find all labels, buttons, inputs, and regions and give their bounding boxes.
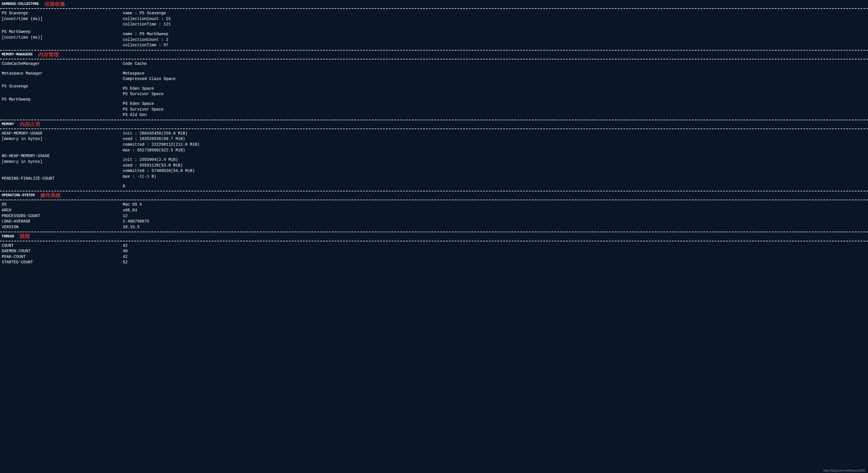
- os-value: 2.466796875: [123, 219, 868, 225]
- mm-value: Code Cache: [123, 61, 868, 67]
- memory-label: [memory in bytes]: [2, 159, 123, 165]
- mm-value: PS Eden Space: [123, 86, 868, 92]
- mm-labels-col: CodeCacheManager Metaspace Manager PS Sc…: [0, 61, 123, 118]
- gc-labels-col: PS Scavenge [count/time (ms)] PS MarkSwe…: [0, 10, 123, 48]
- section-header-thread: THREAD 线程: [0, 232, 868, 241]
- memory-label: HEAP-MEMORY-USAGE: [2, 131, 123, 137]
- memory-value: 0: [123, 184, 868, 189]
- section-content-mm: CodeCacheManager Metaspace Manager PS Sc…: [0, 59, 868, 120]
- memory-value: max : 652738560(622.5 MiB): [123, 148, 868, 153]
- os-values-col: Mac OS X x86_64 12 2.466796875 10.15.5: [123, 202, 868, 230]
- memory-value: used : 103526536(98.7 MiB): [123, 136, 868, 142]
- os-value: 10.15.5: [123, 225, 868, 230]
- thread-label: DAEMON-COUNT: [2, 248, 123, 254]
- section-header-os: OPERATING-SYSTEM 操作系统: [0, 191, 868, 200]
- thread-value: 40: [123, 248, 868, 254]
- thread-value: 52: [123, 260, 868, 265]
- memory-value: init : 268435456(256.0 MiB): [123, 131, 868, 137]
- thread-label: COUNT: [2, 243, 123, 249]
- gc-value: name : PS Scavenge: [123, 10, 868, 16]
- gc-label: PS Scavenge: [2, 10, 123, 16]
- os-label: OS: [2, 202, 123, 208]
- section-annotation: 内存管理: [38, 51, 59, 58]
- memory-value: max : -1(-1 B): [123, 174, 868, 180]
- section-title: THREAD: [2, 234, 14, 239]
- gc-values-col: name : PS Scavenge collectionCount : 25 …: [123, 10, 868, 48]
- memory-value: used : 55591128(53.0 MiB): [123, 163, 868, 169]
- memory-label: NO-HEAP-MEMORY-USAGE: [2, 153, 123, 159]
- section-header-mm: MEMORY-MANAGERS 内存管理: [0, 50, 868, 59]
- gc-value: collectionCount : 2: [123, 37, 868, 43]
- gc-value: collectionCount : 25: [123, 16, 868, 22]
- thread-labels-col: COUNT DAEMON-COUNT PEAK-COUNT STARTED-CO…: [0, 243, 123, 265]
- thread-value: 42: [123, 254, 868, 260]
- thread-value: 42: [123, 243, 868, 249]
- thread-label: STARTED-COUNT: [2, 260, 123, 265]
- mm-label: CodeCacheManager: [2, 61, 123, 67]
- section-annotation: 线程: [20, 233, 30, 240]
- os-value: 12: [123, 213, 868, 219]
- os-label: VERSION: [2, 225, 123, 230]
- gc-label: PS MarkSweep: [2, 29, 123, 35]
- gc-value: name : PS MarkSweep: [123, 31, 868, 37]
- memory-values-col: init : 268435456(256.0 MiB) used : 10352…: [123, 131, 868, 189]
- section-header-gc: GARBAGE-COLLECTORS 垃圾收集: [0, 0, 868, 9]
- mm-value: PS Eden Space: [123, 101, 868, 107]
- memory-value: committed : 222298112(212.0 MiB): [123, 142, 868, 148]
- mm-label: PS MarkSweep: [2, 97, 123, 102]
- watermark: https://blog.csdn.net/baoxue2008: [823, 469, 865, 473]
- os-label: ARCH: [2, 208, 123, 213]
- os-labels-col: OS ARCH PROCESSORS-COUNT LOAD-AVERAGE VE…: [0, 202, 123, 230]
- os-label: PROCESSORS-COUNT: [2, 213, 123, 219]
- mm-values-col: Code Cache Metaspace Compressed Class Sp…: [123, 61, 868, 118]
- mm-value: PS Old Gen: [123, 112, 868, 118]
- memory-label: [memory in bytes]: [2, 136, 123, 142]
- section-annotation: 垃圾收集: [44, 1, 65, 8]
- mm-value: Metaspace: [123, 71, 868, 77]
- section-header-memory: MEMORY 内存占用: [0, 120, 868, 129]
- gc-value: collectionTime : 97: [123, 42, 868, 48]
- section-title: MEMORY-MANAGERS: [2, 52, 33, 57]
- mm-value: Compressed Class Space: [123, 76, 868, 82]
- mm-label: Metaspace Manager: [2, 71, 123, 77]
- gc-label: [count/time (ms)]: [2, 35, 123, 40]
- memory-value: committed : 57409536(54.8 MiB): [123, 168, 868, 174]
- os-value: Mac OS X: [123, 202, 868, 208]
- gc-label: [count/time (ms)]: [2, 16, 123, 22]
- section-title: OPERATING-SYSTEM: [2, 193, 35, 198]
- section-content-memory: HEAP-MEMORY-USAGE [memory in bytes] NO-H…: [0, 129, 868, 191]
- memory-label: PENDING-FINALIZE-COUNT: [2, 176, 123, 182]
- mm-label: PS Scavenge: [2, 84, 123, 89]
- section-title: MEMORY: [2, 122, 14, 127]
- gc-value: collectionTime : 121: [123, 22, 868, 27]
- mm-value: PS Survivor Space: [123, 107, 868, 113]
- mm-value: PS Survivor Space: [123, 91, 868, 97]
- section-annotation: 内存占用: [20, 121, 40, 128]
- section-title: GARBAGE-COLLECTORS: [2, 2, 39, 6]
- section-content-gc: PS Scavenge [count/time (ms)] PS MarkSwe…: [0, 9, 868, 50]
- os-value: x86_64: [123, 208, 868, 213]
- memory-value: init : 2555904(2.4 MiB): [123, 157, 868, 163]
- thread-label: PEAK-COUNT: [2, 254, 123, 260]
- section-annotation: 操作系统: [40, 192, 61, 199]
- section-content-os: OS ARCH PROCESSORS-COUNT LOAD-AVERAGE VE…: [0, 200, 868, 232]
- thread-values-col: 42 40 42 52: [123, 243, 868, 265]
- memory-labels-col: HEAP-MEMORY-USAGE [memory in bytes] NO-H…: [0, 131, 123, 189]
- section-content-thread: COUNT DAEMON-COUNT PEAK-COUNT STARTED-CO…: [0, 241, 868, 267]
- os-label: LOAD-AVERAGE: [2, 219, 123, 225]
